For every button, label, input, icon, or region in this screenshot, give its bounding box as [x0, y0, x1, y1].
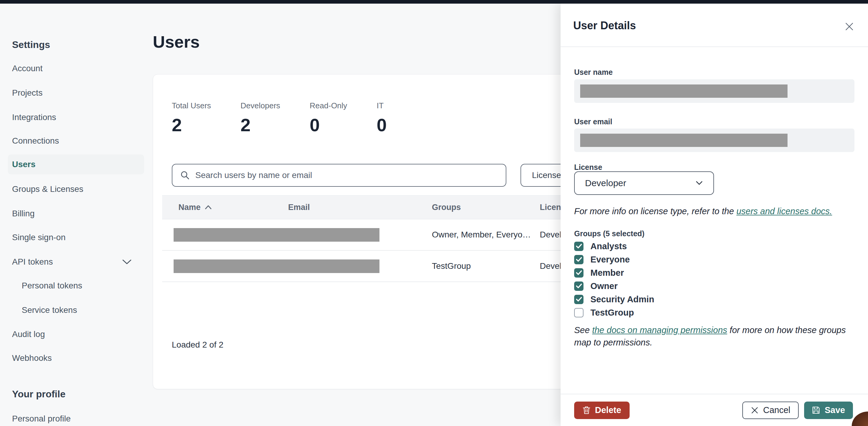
license-label: License	[574, 163, 602, 172]
redacted-user-email	[580, 134, 787, 147]
chevron-down-icon	[695, 180, 703, 186]
group-checkbox-testgroup[interactable]: TestGroup	[574, 306, 654, 319]
groups-checklist: Analysts Everyone Member Owner Security …	[574, 239, 654, 319]
close-icon[interactable]	[843, 21, 855, 33]
user-stats: Total Users 2 Developers 2 Read-Only 0 I…	[172, 101, 387, 136]
checkbox-unchecked-icon	[574, 308, 584, 317]
license-note: For more info on license type, refer to …	[574, 205, 849, 218]
users-card: Total Users 2 Developers 2 Read-Only 0 I…	[153, 74, 623, 389]
sidebar-item-single-sign-on[interactable]: Single sign-on	[8, 227, 144, 247]
sidebar-item-account[interactable]: Account	[8, 59, 144, 79]
stat-it: IT 0	[377, 101, 387, 136]
checkbox-checked-icon	[574, 282, 584, 291]
cancel-button[interactable]: Cancel	[742, 402, 799, 419]
checkbox-checked-icon	[574, 242, 584, 251]
users-table: Name Email Groups License Owner, Member,…	[162, 195, 614, 282]
sidebar-item-service-tokens[interactable]: Service tokens	[8, 300, 144, 320]
sidebar-item-projects[interactable]: Projects	[8, 83, 144, 103]
groups-label: Groups (5 selected)	[574, 229, 644, 238]
license-select-value: Developer	[585, 178, 626, 188]
sidebar-item-personal-profile[interactable]: Personal profile	[8, 409, 144, 426]
redacted-user-name	[580, 84, 787, 98]
sidebar-item-billing[interactable]: Billing	[8, 204, 144, 224]
sidebar-item-integrations[interactable]: Integrations	[8, 107, 144, 127]
redacted-name-email	[174, 259, 379, 273]
sidebar-item-audit-log[interactable]: Audit log	[8, 324, 144, 344]
stat-read-only: Read-Only 0	[310, 101, 347, 136]
checkbox-checked-icon	[574, 255, 584, 264]
checkbox-checked-icon	[574, 268, 584, 278]
drawer-footer: Delete Cancel Save	[561, 394, 868, 426]
user-email-field[interactable]	[574, 129, 855, 152]
table-row[interactable]: Owner, Member, Everyo… Developer	[162, 219, 614, 251]
user-email-label: User email	[574, 117, 612, 126]
sidebar-item-webhooks[interactable]: Webhooks	[8, 348, 144, 368]
group-checkbox-owner[interactable]: Owner	[574, 279, 654, 293]
drawer-title: User Details	[573, 19, 636, 32]
license-select[interactable]: Developer	[574, 171, 714, 195]
drawer-header-divider	[561, 47, 868, 47]
group-checkbox-security-admin[interactable]: Security Admin	[574, 293, 654, 306]
sidebar-heading-your-profile: Your profile	[12, 389, 65, 400]
managing-permissions-docs-link[interactable]: the docs on managing permissions	[592, 325, 727, 335]
users-licenses-docs-link[interactable]: users and licenses docs.	[736, 206, 832, 216]
sidebar-item-groups-licenses[interactable]: Groups & Licenses	[8, 179, 144, 199]
cell-groups: Owner, Member, Everyo…	[432, 219, 531, 250]
column-header-name[interactable]: Name	[179, 196, 212, 219]
save-button[interactable]: Save	[804, 402, 853, 419]
delete-button[interactable]: Delete	[574, 402, 629, 419]
sidebar-heading-settings: Settings	[12, 39, 50, 50]
permissions-note: See the docs on managing permissions for…	[574, 324, 849, 349]
save-disk-icon	[812, 406, 820, 414]
stat-developers: Developers 2	[241, 101, 280, 136]
search-icon	[180, 170, 190, 180]
search-input[interactable]	[195, 170, 506, 180]
trash-icon	[583, 406, 590, 415]
group-checkbox-everyone[interactable]: Everyone	[574, 253, 654, 266]
table-header-row: Name Email Groups License	[162, 195, 614, 219]
chevron-down-icon	[122, 259, 132, 265]
user-details-drawer: User Details User name User email Licens…	[561, 4, 868, 426]
sidebar-item-users[interactable]: Users	[8, 154, 144, 174]
x-icon	[751, 406, 758, 414]
top-bar	[0, 0, 868, 4]
column-header-groups: Groups	[432, 196, 461, 219]
page-title: Users	[153, 32, 200, 52]
cell-groups: TestGroup	[432, 251, 471, 282]
redacted-name-email	[174, 228, 379, 242]
sidebar-item-connections[interactable]: Connections	[8, 131, 144, 151]
table-row[interactable]: TestGroup Developer	[162, 251, 614, 282]
settings-sidebar: Settings Account Projects Integrations C…	[0, 4, 152, 426]
loaded-status: Loaded 2 of 2	[172, 340, 223, 350]
sort-asc-icon	[204, 204, 212, 210]
sidebar-item-api-tokens[interactable]: API tokens	[8, 252, 144, 272]
user-search	[172, 164, 506, 187]
group-checkbox-member[interactable]: Member	[574, 266, 654, 279]
checkbox-checked-icon	[574, 295, 584, 304]
user-name-label: User name	[574, 68, 613, 77]
sidebar-item-personal-tokens[interactable]: Personal tokens	[8, 276, 144, 296]
stat-total-users: Total Users 2	[172, 101, 211, 136]
user-name-field[interactable]	[574, 79, 855, 103]
group-checkbox-analysts[interactable]: Analysts	[574, 239, 654, 253]
column-header-email: Email	[288, 196, 310, 219]
